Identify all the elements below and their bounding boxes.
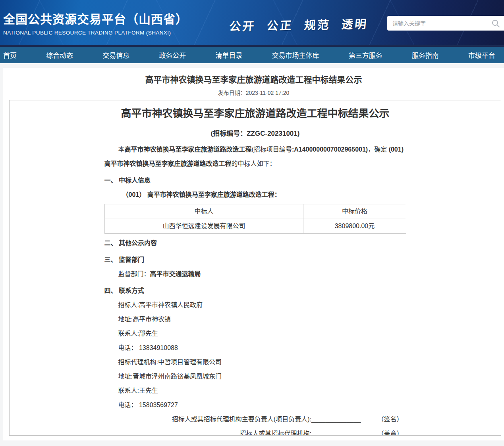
supervise-label: 监督部门： [118, 271, 150, 277]
signature-line-agency: 招标人或其招标代理机构:______________（盖章） [104, 427, 406, 436]
section1-subheading: （001） 高平市神农镇换马至李家庄旅游道路改造工程： [104, 188, 406, 202]
nav-item-list-catalog[interactable]: 清单目录 [216, 50, 243, 60]
search-input[interactable] [392, 20, 491, 27]
supervise-value: 高平市交通运输局 [150, 271, 201, 277]
site-logo-title: 全国公共资源交易平台（山西省） [3, 10, 188, 27]
winner-price-cell: 3809800.00元 [303, 219, 406, 234]
announcement-box: 高平市神农镇换马至李家庄旅游道路改造工程中标结果公示 (招标编号：ZZGC-20… [9, 100, 501, 436]
slogan-word-fair: 公正 [266, 16, 294, 33]
nav-item-gov-public[interactable]: 政务公开 [159, 50, 186, 60]
winner-table-header-price: 中标价格 [303, 204, 406, 219]
intro-project-name: 高平市神农镇换马至李家庄旅游道路改造工程 [125, 146, 252, 153]
nav-item-third-party[interactable]: 第三方服务 [349, 50, 382, 60]
publish-date: 发布日期：2023-11-02 17:20 [3, 88, 504, 96]
nav-item-news[interactable]: 综合动态 [46, 50, 73, 60]
slogan-word-standard: 规范 [303, 15, 331, 33]
section2-heading: 二、 其他公示内容 [104, 236, 406, 250]
table-row: 山西华恒远建设发展有限公司 3809800.00元 [104, 219, 406, 234]
contact-agency-phone: 电话： 15803569727 [104, 398, 406, 412]
intro-mid1: (招标项目编 [252, 146, 286, 153]
intro-pre: 本 [118, 146, 125, 153]
contact-tenderer-person: 联系人:邵先生 [104, 327, 406, 341]
announcement-title: 高平市神农镇换马至李家庄旅游道路改造工程中标结果公示 [104, 107, 406, 120]
signature-principal-suffix: （签名） [377, 416, 403, 423]
page-title: 高平市神农镇换马至李家庄旅游道路改造工程中标结果公示 [3, 73, 504, 85]
signature-agency-label: 招标人或其招标代理机构: [239, 430, 311, 436]
slogan-word-transparent: 透明 [341, 15, 369, 32]
signature-agency-suffix: （盖章） [377, 430, 403, 436]
signature-principal-label: 招标人或其招标代理机构主要负责人(项目负责人): [172, 416, 311, 423]
intro-project-code: 号:A1400000007002965001) [286, 146, 368, 153]
banner-slogan: 公开 公正 规范 透明 [229, 15, 369, 34]
winner-name-cell: 山西华恒远建设发展有限公司 [104, 219, 303, 234]
nav-item-city-platform[interactable]: 市级平台 [468, 50, 495, 60]
contact-tenderer: 招标人:高平市神农镇人民政府 [104, 298, 406, 312]
contact-agency-address: 地址:晋城市泽州南路铭基凤凰城东门 [104, 369, 406, 384]
nav-item-market-entity[interactable]: 交易市场主体库 [272, 50, 319, 60]
winner-table-header-row: 中标人 中标价格 [104, 204, 406, 219]
signature-principal-blank: ______________ [311, 416, 361, 423]
site-logo-subtitle: NATIONAL PUBLIC RESOURCE TRADING PLATFOR… [3, 30, 188, 36]
contact-agency-person: 联系人:王先生 [104, 384, 406, 398]
signature-agency-blank: ______________ [311, 430, 361, 436]
supervise-line: 监督部门：高平市交通运输局 [104, 267, 406, 281]
main-nav: 首页 综合动态 交易信息 政务公开 清单目录 交易市场主体库 第三方服务 服务指… [0, 47, 504, 63]
section1-heading: 一、 中标人信息 [104, 173, 406, 188]
site-banner: 全国公共资源交易平台（山西省） NATIONAL PUBLIC RESOURCE… [0, 0, 504, 47]
intro-paragraph: 本高平市神农镇换马至李家庄旅游道路改造工程(招标项目编号:A1400000007… [104, 142, 406, 171]
intro-mid2: ，确定 [368, 146, 388, 153]
announcement-body: 高平市神农镇换马至李家庄旅游道路改造工程中标结果公示 (招标编号：ZZGC-20… [104, 107, 406, 436]
signature-line-principal: 招标人或其招标代理机构主要负责人(项目负责人):______________（签… [104, 412, 406, 427]
nav-item-service-guide[interactable]: 服务指南 [412, 50, 439, 60]
section4-heading: 四、 联系方式 [104, 284, 406, 298]
winner-table-header-bidder: 中标人 [104, 204, 303, 219]
contact-tenderer-phone: 电话： 13834910088 [104, 341, 406, 355]
section3-heading: 三、 监督部门 [104, 253, 406, 267]
search-box [387, 16, 504, 31]
contact-agency: 招标代理机构:中哲项目管理有限公司 [104, 355, 406, 369]
search-icon [491, 19, 500, 28]
nav-item-trade-info[interactable]: 交易信息 [102, 50, 129, 60]
intro-post: 的中标人如下： [232, 160, 276, 167]
content-panel: 高平市神农镇换马至李家庄旅游道路改造工程中标结果公示 发布日期：2023-11-… [3, 68, 504, 440]
nav-item-home[interactable]: 首页 [3, 50, 17, 60]
bid-number: (招标编号：ZZGC-20231001) [104, 127, 406, 141]
search-button[interactable] [491, 19, 500, 28]
winner-table: 中标人 中标价格 山西华恒远建设发展有限公司 3809800.00元 [104, 204, 406, 234]
contact-tenderer-address: 地址:高平市神农镇 [104, 312, 406, 327]
site-logo: 全国公共资源交易平台（山西省） NATIONAL PUBLIC RESOURCE… [3, 10, 188, 36]
slogan-word-open: 公开 [229, 17, 257, 34]
